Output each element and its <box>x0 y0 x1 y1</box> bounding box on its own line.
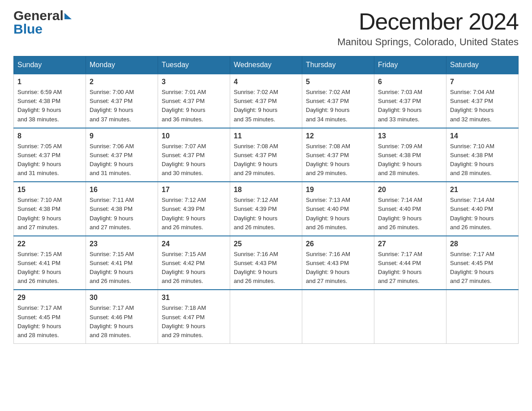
calendar-cell: 20 Sunrise: 7:14 AMSunset: 4:40 PMDaylig… <box>374 182 446 236</box>
day-info: Sunrise: 7:17 AMSunset: 4:45 PMDaylight:… <box>17 304 82 340</box>
calendar-cell: 12 Sunrise: 7:08 AMSunset: 4:37 PMDaylig… <box>302 128 374 182</box>
page-header: General Blue December 2024 Manitou Sprin… <box>13 9 519 48</box>
day-info: Sunrise: 7:18 AMSunset: 4:47 PMDaylight:… <box>162 304 226 340</box>
day-number: 27 <box>378 240 442 248</box>
day-number: 24 <box>162 240 226 248</box>
weekday-header-wednesday: Wednesday <box>230 56 302 74</box>
calendar-cell: 8 Sunrise: 7:05 AMSunset: 4:37 PMDayligh… <box>14 128 86 182</box>
weekday-header-tuesday: Tuesday <box>158 56 230 74</box>
day-info: Sunrise: 7:17 AMSunset: 4:45 PMDaylight:… <box>450 250 515 286</box>
day-number: 6 <box>378 78 442 86</box>
day-info: Sunrise: 7:09 AMSunset: 4:38 PMDaylight:… <box>378 142 442 178</box>
calendar-cell: 4 Sunrise: 7:02 AMSunset: 4:37 PMDayligh… <box>230 74 302 128</box>
calendar-cell: 2 Sunrise: 7:00 AMSunset: 4:37 PMDayligh… <box>86 74 158 128</box>
day-info: Sunrise: 7:06 AMSunset: 4:37 PMDaylight:… <box>90 142 154 178</box>
day-info: Sunrise: 7:14 AMSunset: 4:40 PMDaylight:… <box>378 196 442 232</box>
calendar-cell: 22 Sunrise: 7:15 AMSunset: 4:41 PMDaylig… <box>14 236 86 290</box>
day-number: 11 <box>234 132 298 140</box>
day-info: Sunrise: 7:08 AMSunset: 4:37 PMDaylight:… <box>234 142 298 178</box>
day-number: 31 <box>162 294 226 302</box>
day-info: Sunrise: 7:11 AMSunset: 4:38 PMDaylight:… <box>90 196 154 232</box>
calendar-cell: 1 Sunrise: 6:59 AMSunset: 4:38 PMDayligh… <box>14 74 86 128</box>
day-number: 20 <box>378 186 442 194</box>
day-info: Sunrise: 7:10 AMSunset: 4:38 PMDaylight:… <box>17 196 82 232</box>
logo-arrow-icon <box>64 13 72 19</box>
day-number: 23 <box>90 240 154 248</box>
day-number: 4 <box>234 78 298 86</box>
calendar-cell: 3 Sunrise: 7:01 AMSunset: 4:37 PMDayligh… <box>158 74 230 128</box>
title-section: December 2024 Manitou Springs, Colorado,… <box>337 9 519 48</box>
logo-blue-text: Blue <box>13 22 43 36</box>
calendar-cell <box>374 290 446 343</box>
day-number: 21 <box>450 186 515 194</box>
calendar-cell: 23 Sunrise: 7:15 AMSunset: 4:41 PMDaylig… <box>86 236 158 290</box>
day-number: 2 <box>90 78 154 86</box>
day-number: 14 <box>450 132 515 140</box>
calendar-cell: 18 Sunrise: 7:12 AMSunset: 4:39 PMDaylig… <box>230 182 302 236</box>
day-info: Sunrise: 7:02 AMSunset: 4:37 PMDaylight:… <box>306 88 370 124</box>
day-number: 16 <box>90 186 154 194</box>
calendar-cell: 10 Sunrise: 7:07 AMSunset: 4:37 PMDaylig… <box>158 128 230 182</box>
day-info: Sunrise: 7:07 AMSunset: 4:37 PMDaylight:… <box>162 142 226 178</box>
calendar-cell: 14 Sunrise: 7:10 AMSunset: 4:38 PMDaylig… <box>446 128 519 182</box>
day-info: Sunrise: 7:02 AMSunset: 4:37 PMDaylight:… <box>234 88 298 124</box>
calendar-cell: 25 Sunrise: 7:16 AMSunset: 4:43 PMDaylig… <box>230 236 302 290</box>
day-info: Sunrise: 7:16 AMSunset: 4:43 PMDaylight:… <box>234 250 298 286</box>
weekday-header-sunday: Sunday <box>14 56 86 74</box>
day-info: Sunrise: 7:00 AMSunset: 4:37 PMDaylight:… <box>90 88 154 124</box>
weekday-header-saturday: Saturday <box>446 56 519 74</box>
day-number: 30 <box>90 294 154 302</box>
day-info: Sunrise: 7:04 AMSunset: 4:37 PMDaylight:… <box>450 88 515 124</box>
calendar-cell: 7 Sunrise: 7:04 AMSunset: 4:37 PMDayligh… <box>446 74 519 128</box>
day-info: Sunrise: 7:17 AMSunset: 4:46 PMDaylight:… <box>90 304 154 340</box>
logo: General Blue <box>13 9 72 36</box>
day-number: 8 <box>17 132 82 140</box>
calendar-cell: 30 Sunrise: 7:17 AMSunset: 4:46 PMDaylig… <box>86 290 158 343</box>
calendar-cell <box>446 290 519 343</box>
calendar-cell: 27 Sunrise: 7:17 AMSunset: 4:44 PMDaylig… <box>374 236 446 290</box>
weekday-header-friday: Friday <box>374 56 446 74</box>
day-info: Sunrise: 7:10 AMSunset: 4:38 PMDaylight:… <box>450 142 515 178</box>
calendar-cell <box>302 290 374 343</box>
day-number: 5 <box>306 78 370 86</box>
calendar-cell: 28 Sunrise: 7:17 AMSunset: 4:45 PMDaylig… <box>446 236 519 290</box>
calendar-cell: 16 Sunrise: 7:11 AMSunset: 4:38 PMDaylig… <box>86 182 158 236</box>
month-title: December 2024 <box>337 9 519 34</box>
day-info: Sunrise: 7:12 AMSunset: 4:39 PMDaylight:… <box>234 196 298 232</box>
day-number: 26 <box>306 240 370 248</box>
calendar-cell: 6 Sunrise: 7:03 AMSunset: 4:37 PMDayligh… <box>374 74 446 128</box>
calendar-cell <box>230 290 302 343</box>
logo-general-text: General <box>13 9 64 22</box>
day-info: Sunrise: 7:16 AMSunset: 4:43 PMDaylight:… <box>306 250 370 286</box>
calendar-cell: 19 Sunrise: 7:13 AMSunset: 4:40 PMDaylig… <box>302 182 374 236</box>
day-number: 25 <box>234 240 298 248</box>
calendar-week-row: 29 Sunrise: 7:17 AMSunset: 4:45 PMDaylig… <box>14 290 519 343</box>
day-number: 12 <box>306 132 370 140</box>
calendar-cell: 11 Sunrise: 7:08 AMSunset: 4:37 PMDaylig… <box>230 128 302 182</box>
day-info: Sunrise: 6:59 AMSunset: 4:38 PMDaylight:… <box>17 88 82 124</box>
calendar-table: SundayMondayTuesdayWednesdayThursdayFrid… <box>13 56 519 344</box>
day-info: Sunrise: 7:01 AMSunset: 4:37 PMDaylight:… <box>162 88 226 124</box>
day-number: 9 <box>90 132 154 140</box>
calendar-cell: 13 Sunrise: 7:09 AMSunset: 4:38 PMDaylig… <box>374 128 446 182</box>
day-info: Sunrise: 7:08 AMSunset: 4:37 PMDaylight:… <box>306 142 370 178</box>
day-info: Sunrise: 7:15 AMSunset: 4:41 PMDaylight:… <box>17 250 82 286</box>
day-number: 1 <box>17 78 82 86</box>
day-number: 28 <box>450 240 515 248</box>
day-number: 29 <box>17 294 82 302</box>
day-info: Sunrise: 7:17 AMSunset: 4:44 PMDaylight:… <box>378 250 442 286</box>
day-info: Sunrise: 7:12 AMSunset: 4:39 PMDaylight:… <box>162 196 226 232</box>
weekday-header-monday: Monday <box>86 56 158 74</box>
day-number: 22 <box>17 240 82 248</box>
day-info: Sunrise: 7:15 AMSunset: 4:42 PMDaylight:… <box>162 250 226 286</box>
calendar-cell: 24 Sunrise: 7:15 AMSunset: 4:42 PMDaylig… <box>158 236 230 290</box>
day-info: Sunrise: 7:13 AMSunset: 4:40 PMDaylight:… <box>306 196 370 232</box>
calendar-cell: 17 Sunrise: 7:12 AMSunset: 4:39 PMDaylig… <box>158 182 230 236</box>
day-number: 3 <box>162 78 226 86</box>
weekday-header-row: SundayMondayTuesdayWednesdayThursdayFrid… <box>14 56 519 74</box>
calendar-cell: 31 Sunrise: 7:18 AMSunset: 4:47 PMDaylig… <box>158 290 230 343</box>
location-title: Manitou Springs, Colorado, United States <box>337 36 519 48</box>
calendar-cell: 5 Sunrise: 7:02 AMSunset: 4:37 PMDayligh… <box>302 74 374 128</box>
day-info: Sunrise: 7:14 AMSunset: 4:40 PMDaylight:… <box>450 196 515 232</box>
day-number: 15 <box>17 186 82 194</box>
